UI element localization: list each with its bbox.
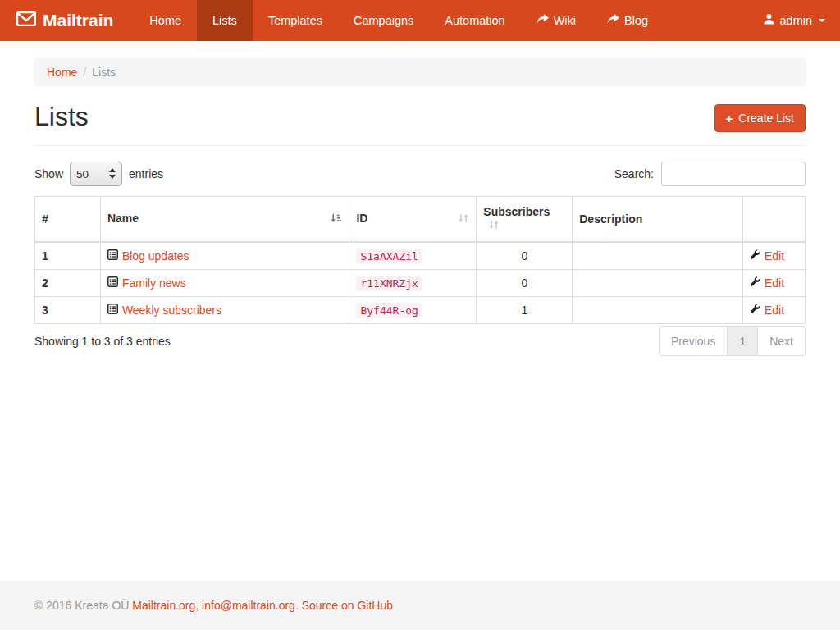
wrench-icon — [750, 304, 760, 317]
list-id: S1aAXAZil — [356, 249, 422, 264]
list-alt-icon — [107, 249, 118, 262]
list-name-cell: Family news — [100, 269, 349, 296]
list-link[interactable]: Family news — [107, 276, 186, 290]
row-number: 1 — [35, 242, 101, 270]
list-id-cell: r11XNRZjx — [349, 269, 477, 296]
wrench-icon — [750, 249, 760, 262]
entries-label: entries — [129, 167, 163, 180]
column-header-subscribers[interactable]: Subscribers — [477, 197, 573, 242]
main-nav: Home Lists Templates Campaigns Automatio… — [134, 0, 664, 41]
create-list-button[interactable]: + Create List — [714, 104, 806, 132]
column-header-num[interactable]: # — [35, 197, 101, 242]
row-number: 2 — [35, 269, 101, 296]
brand-label: Mailtrain — [43, 11, 113, 30]
breadcrumb: Home/Lists — [34, 58, 806, 86]
envelope-icon — [16, 11, 36, 30]
subscribers-count: 1 — [477, 296, 573, 323]
breadcrumb-current: Lists — [92, 66, 116, 79]
edit-link[interactable]: Edit — [750, 276, 784, 290]
description-cell — [573, 242, 743, 270]
actions-cell: Edit — [743, 242, 806, 270]
lists-table: # Name ID Subscribers — [34, 196, 806, 324]
edit-link[interactable]: Edit — [750, 304, 784, 317]
column-header-name[interactable]: Name — [100, 197, 349, 242]
search-label: Search: — [614, 167, 654, 180]
plus-icon: + — [726, 112, 733, 125]
list-link[interactable]: Blog updates — [107, 249, 189, 262]
footer: © 2016 Kreata OÜ Mailtrain.org, info@mai… — [0, 581, 840, 630]
list-id-cell: S1aAXAZil — [349, 242, 477, 270]
table-row: 3 Weekly subscribers Byf44R-og 1 — [35, 296, 806, 323]
edit-link[interactable]: Edit — [750, 249, 784, 262]
description-cell — [573, 269, 743, 296]
table-footer: Showing 1 to 3 of 3 entries Previous 1 N… — [34, 326, 806, 356]
copyright-text: © 2016 Kreata OÜ — [34, 599, 129, 612]
page-title: Lists — [34, 103, 89, 131]
brand[interactable]: Mailtrain — [12, 0, 126, 41]
list-link[interactable]: Weekly subscribers — [107, 304, 221, 317]
table-header-row: # Name ID Subscribers — [35, 197, 806, 242]
column-header-actions — [743, 197, 806, 242]
pagination-previous[interactable]: Previous — [659, 326, 728, 356]
list-id-cell: Byf44R-og — [349, 296, 477, 323]
page-length-value: 50 — [76, 168, 89, 180]
table-row: 2 Family news r11XNRZjx 0 — [35, 269, 806, 296]
sort-asc-icon — [331, 212, 342, 226]
entries-summary: Showing 1 to 3 of 3 entries — [34, 335, 171, 348]
page-length-control: Show 50 entries — [34, 162, 163, 186]
caret-down-icon — [819, 19, 825, 22]
user-icon — [763, 13, 775, 28]
page-header: Lists + Create List — [34, 103, 806, 146]
nav-item-lists[interactable]: Lists — [197, 0, 253, 41]
search-control: Search: — [614, 162, 806, 186]
list-name-cell: Blog updates — [100, 242, 349, 270]
column-header-id[interactable]: ID — [349, 197, 477, 242]
select-stepper-icon — [109, 168, 116, 179]
nav-item-blog[interactable]: Blog — [591, 0, 664, 41]
row-number: 3 — [35, 296, 101, 323]
subscribers-count: 0 — [477, 242, 573, 270]
nav-item-campaigns[interactable]: Campaigns — [338, 0, 429, 41]
table-row: 1 Blog updates S1aAXAZil 0 — [35, 242, 806, 270]
list-alt-icon — [107, 276, 118, 290]
list-alt-icon — [107, 304, 118, 317]
search-input[interactable] — [661, 162, 806, 186]
sort-both-icon — [458, 212, 469, 226]
description-cell — [573, 296, 743, 323]
external-arrow-icon — [607, 14, 619, 27]
user-menu[interactable]: admin — [748, 0, 840, 41]
user-label: admin — [780, 14, 813, 27]
footer-email-link[interactable]: info@mailtrain.org — [202, 599, 295, 612]
list-id: Byf44R-og — [356, 303, 422, 318]
show-label: Show — [34, 167, 63, 180]
breadcrumb-home-link[interactable]: Home — [47, 66, 77, 79]
subscribers-count: 0 — [477, 269, 573, 296]
navbar: Mailtrain Home Lists Templates Campaigns… — [0, 0, 840, 41]
nav-item-automation[interactable]: Automation — [429, 0, 520, 41]
wrench-icon — [750, 276, 760, 290]
actions-cell: Edit — [743, 296, 806, 323]
sort-both-icon — [488, 219, 500, 233]
pagination-next[interactable]: Next — [757, 326, 806, 356]
nav-item-home[interactable]: Home — [134, 0, 197, 41]
list-name-cell: Weekly subscribers — [100, 296, 349, 323]
breadcrumb-separator: / — [83, 66, 86, 79]
pagination-page-1[interactable]: 1 — [727, 326, 758, 356]
footer-site-link[interactable]: Mailtrain.org — [132, 599, 195, 612]
external-arrow-icon — [536, 14, 549, 27]
column-header-description[interactable]: Description — [573, 197, 743, 242]
main-content: Home/Lists Lists + Create List Show 50 e… — [22, 41, 818, 356]
table-controls: Show 50 entries Search: — [34, 162, 806, 186]
list-id: r11XNRZjx — [356, 276, 422, 291]
page-length-select[interactable]: 50 — [70, 162, 122, 186]
pagination: Previous 1 Next — [659, 326, 806, 356]
nav-item-templates[interactable]: Templates — [253, 0, 338, 41]
footer-source-link[interactable]: Source on GitHub — [302, 599, 393, 612]
actions-cell: Edit — [743, 269, 806, 296]
nav-item-wiki[interactable]: Wiki — [521, 0, 591, 41]
